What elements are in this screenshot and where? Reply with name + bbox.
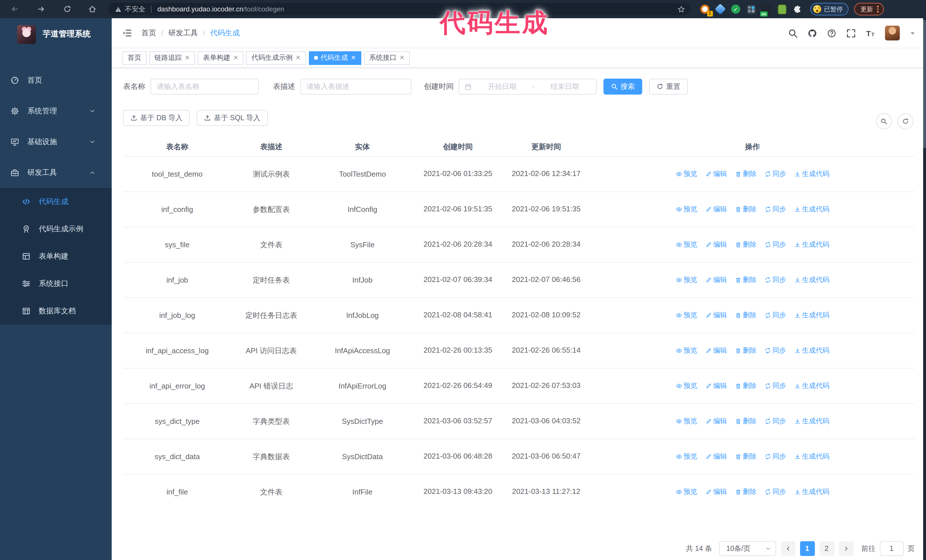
row-action-sync[interactable]: 同步 (764, 452, 786, 462)
close-icon[interactable]: ✕ (295, 55, 301, 61)
help-icon[interactable] (827, 28, 837, 38)
refresh-table-button[interactable] (897, 113, 914, 129)
reset-button[interactable]: 重置 (649, 78, 688, 95)
tab-2[interactable]: 表单构建✕ (198, 51, 243, 65)
row-action-edit[interactable]: 编辑 (705, 346, 727, 355)
caret-down-icon[interactable] (909, 30, 916, 36)
row-action-preview[interactable]: 预览 (676, 346, 697, 355)
user-avatar[interactable] (885, 26, 900, 41)
row-action-preview[interactable]: 预览 (676, 311, 697, 320)
sidebar-item-2[interactable]: 基础设施 (0, 127, 112, 157)
row-action-preview[interactable]: 预览 (676, 381, 697, 391)
breadcrumb-item-2[interactable]: 代码生成 (210, 28, 240, 38)
row-action-sync[interactable]: 同步 (764, 240, 786, 249)
row-action-preview[interactable]: 预览 (676, 417, 697, 426)
close-icon[interactable]: ✕ (233, 55, 238, 61)
search-button[interactable]: 搜索 (604, 78, 642, 95)
row-action-edit[interactable]: 编辑 (705, 169, 727, 179)
close-icon[interactable]: ✕ (351, 55, 356, 61)
row-action-delete[interactable]: 删除 (735, 311, 757, 320)
row-action-generate-code[interactable]: 生成代码 (794, 275, 829, 285)
prev-page-button[interactable] (781, 541, 795, 556)
tab-3[interactable]: 代码生成示例✕ (247, 51, 306, 65)
page-button-2[interactable]: 2 (819, 541, 834, 556)
row-action-delete[interactable]: 删除 (735, 417, 757, 426)
extension-green-check-icon[interactable]: ✓ (731, 4, 741, 14)
import-sql-button[interactable]: 基于 SQL 导入 (197, 110, 268, 126)
row-action-sync[interactable]: 同步 (764, 381, 786, 391)
table-name-input[interactable] (150, 78, 259, 95)
extension-on-icon[interactable]: on (761, 4, 772, 14)
extension-puzzle-icon[interactable] (792, 4, 802, 14)
row-action-generate-code[interactable]: 生成代码 (794, 240, 829, 249)
extension-orange-icon[interactable]: 1 (700, 4, 710, 14)
row-action-delete[interactable]: 删除 (735, 205, 757, 214)
row-action-preview[interactable]: 预览 (676, 275, 697, 285)
sidebar-subitem-3[interactable]: 系统接口 (0, 270, 112, 297)
sidebar-subitem-2[interactable]: 表单构建 (0, 243, 112, 270)
tab-0[interactable]: 首页 (123, 51, 147, 65)
row-action-edit[interactable]: 编辑 (705, 240, 727, 249)
row-action-sync[interactable]: 同步 (764, 169, 786, 179)
browser-scrollbar[interactable] (923, 18, 926, 560)
tab-1[interactable]: 链路追踪✕ (149, 51, 195, 65)
row-action-sync[interactable]: 同步 (764, 311, 786, 320)
row-action-generate-code[interactable]: 生成代码 (794, 487, 829, 497)
row-action-delete[interactable]: 删除 (735, 275, 757, 285)
page-size-select[interactable]: 10条/页 (719, 541, 776, 556)
show-search-button[interactable] (876, 113, 892, 129)
row-action-edit[interactable]: 编辑 (705, 275, 727, 285)
sidebar-subitem-1[interactable]: 代码生成示例 (0, 215, 112, 243)
search-icon[interactable] (788, 28, 798, 38)
extension-grid-icon[interactable] (746, 4, 756, 14)
import-db-button[interactable]: 基于 DB 导入 (123, 110, 190, 126)
date-range-picker[interactable]: 开始日期 - 结束日期 (459, 78, 597, 95)
row-action-generate-code[interactable]: 生成代码 (794, 417, 829, 426)
sidebar-item-1[interactable]: 系统管理 (0, 96, 112, 127)
extension-green-icon[interactable] (777, 4, 787, 14)
close-icon[interactable]: ✕ (185, 55, 190, 61)
row-action-edit[interactable]: 编辑 (705, 487, 727, 497)
page-button-1[interactable]: 1 (800, 541, 815, 556)
row-action-sync[interactable]: 同步 (764, 346, 786, 355)
browser-update-button[interactable]: 更新 (854, 3, 884, 15)
row-action-preview[interactable]: 预览 (676, 452, 697, 462)
breadcrumb-item-0[interactable]: 首页 (141, 28, 156, 38)
row-action-delete[interactable]: 删除 (735, 346, 757, 355)
row-action-sync[interactable]: 同步 (764, 417, 786, 426)
row-action-preview[interactable]: 预览 (676, 205, 697, 214)
sidebar-item-0[interactable]: 首页 (0, 65, 112, 96)
home-icon[interactable] (86, 3, 98, 15)
row-action-edit[interactable]: 编辑 (705, 205, 727, 214)
row-action-edit[interactable]: 编辑 (705, 381, 727, 391)
back-icon[interactable] (9, 3, 21, 15)
row-action-generate-code[interactable]: 生成代码 (794, 452, 829, 462)
github-icon[interactable] (808, 28, 817, 38)
sidebar-item-3[interactable]: 研发工具 (0, 157, 112, 188)
close-icon[interactable]: ✕ (399, 55, 405, 61)
scrollbar-thumb[interactable] (923, 20, 926, 148)
tab-5[interactable]: 系统接口✕ (364, 51, 410, 65)
sidebar-collapse-icon[interactable] (122, 28, 132, 38)
table-desc-input[interactable] (300, 78, 412, 95)
url-bar[interactable]: 不安全 dashboard.yudao.iocoder.cn/tool/code… (108, 3, 691, 15)
row-action-delete[interactable]: 删除 (735, 169, 757, 179)
row-action-delete[interactable]: 删除 (735, 452, 757, 462)
row-action-edit[interactable]: 编辑 (705, 452, 727, 462)
goto-page-input[interactable] (879, 541, 903, 556)
row-action-edit[interactable]: 编辑 (705, 417, 727, 426)
row-action-delete[interactable]: 删除 (735, 487, 757, 497)
sidebar-subitem-0[interactable]: 代码生成 (0, 188, 112, 215)
font-size-icon[interactable]: TT (865, 28, 875, 38)
row-action-sync[interactable]: 同步 (764, 205, 786, 214)
browser-menu-dots-icon[interactable] (877, 6, 878, 12)
profile-paused-badge[interactable]: 已暂停 (810, 3, 849, 15)
sidebar-subitem-4[interactable]: 数据库文档 (0, 297, 112, 325)
row-action-edit[interactable]: 编辑 (705, 311, 727, 320)
next-page-button[interactable] (838, 541, 853, 556)
row-action-preview[interactable]: 预览 (676, 487, 697, 497)
row-action-generate-code[interactable]: 生成代码 (794, 311, 829, 320)
row-action-delete[interactable]: 删除 (735, 240, 757, 249)
row-action-preview[interactable]: 预览 (676, 169, 697, 179)
fullscreen-icon[interactable] (846, 28, 856, 38)
